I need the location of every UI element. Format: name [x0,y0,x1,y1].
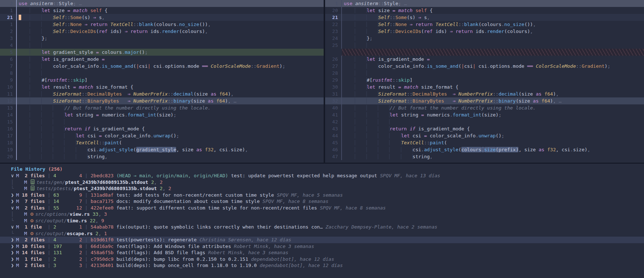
line-number: 25 [325,42,341,49]
code-line[interactable]: 14 let string = numerics.format_int(size… [0,111,324,118]
code-line[interactable]: 8 [0,70,324,77]
code-line[interactable]: 17 let csi = color_scale_info.unwrap(); [0,132,324,139]
code-line[interactable]: 41 let string = numerics.format_int(size… [325,111,644,118]
diff-left-pane[interactable]: 2use ansiterm::Style; …1 let size = matc… [0,0,325,163]
commit-row[interactable]: ❯M 2 files | 33 | 42136401 build(deps): … [0,262,644,269]
code-line[interactable]: 23 Self::DeviceIDs(ref ids) ⇒ return ids… [325,28,644,35]
commit-row[interactable]: ∨M 2 files | 44 | 2bedc823 (HEAD → main,… [0,173,644,179]
commit-status: M [16,224,19,230]
code-line[interactable]: 12 SizeFormat::BinaryBytes ⇒ NumberPrefi… [0,97,324,104]
code-line[interactable]: 1use ansiterm::Style; … [325,0,644,7]
commit-row[interactable]: ❯M 2 files | 42 | b19d61f0 test(powertes… [0,237,644,243]
line-number: 21 [325,14,341,21]
file-row[interactable]: └M tests/ptests/ptest_2439b7d68089135b.s… [0,185,644,192]
code-line[interactable]: 32 SizeFormat::BinaryBytes ⇒ NumberPrefi… [325,97,644,104]
commit-row[interactable]: ❯M 10 files | 1978 | 66d16a9c feat(flags… [0,243,644,250]
code-line[interactable]: 26 let is_gradient_mode = [325,56,644,63]
code-line[interactable]: 6 let is_gradient_mode = [0,56,324,63]
code-line[interactable]: 42 [325,118,644,125]
code-line[interactable]: 45 TextCell::paint( [325,139,644,146]
commit-row[interactable]: ❯M 7 files | 147 | baca7175 docs: modify… [0,198,644,205]
commit-status: M [16,237,19,242]
commit-author-date: Zacchary Dempsey-Plante, hace 2 semanas [325,224,437,230]
expand-icon[interactable]: ❯ [11,262,16,269]
code-line[interactable]: 7 color_scale_info.is_some_and(|csi| csi… [0,63,324,70]
code-line[interactable]: 20 let size = match self { [325,7,644,14]
code-line[interactable]: 40 // But format the number directly usi… [325,104,644,111]
code-line[interactable]: 21 Self::Some(s) ⇒ s, [0,14,324,21]
code-line[interactable]: 19 csi.adjust_style(gradient_style, size… [0,146,324,153]
commit-author-date: Robert Minsk, hace 3 semanas [208,250,288,255]
expand-icon[interactable]: ❯ [11,198,16,205]
code-line[interactable]: 27 color_scale_info.is_some_and(|csi| cs… [325,63,644,70]
file-row[interactable]: │M ⚙src/options/view.rs 33, 3 [0,211,644,218]
file-additions: 2 [93,231,98,236]
code-text: use ansiterm::Style; … [17,0,324,7]
code-line[interactable]: 1 Self::None ⇒ return TextCell::blank(co… [0,21,324,28]
expand-icon[interactable]: ❯ [11,243,16,250]
commit-author-date: dependabot[bot], hace 12 días [260,263,343,268]
code-line[interactable]: 28 [325,70,644,77]
code-line[interactable]: 31 SizeFormat::DecimalBytes ⇒ NumberPref… [325,90,644,97]
code-line[interactable]: 18 TextCell::paint( [0,139,324,146]
line-number: 47 [325,153,341,160]
code-line[interactable]: 21 Self::Some(s) ⇒ s, [325,14,644,21]
code-line[interactable]: 20 string, [0,153,324,160]
commit-file-count: 14 files [22,249,45,256]
line-number: 31 [325,90,341,97]
code-line[interactable]: 9 #[rustfmt::skip] [0,77,324,84]
file-row[interactable]: └M ⚙src/output/time.rs 22, 9 [0,218,644,224]
code-text: Self::DeviceIDs(ref ids) ⇒ return ids.re… [17,28,324,35]
code-line[interactable]: 15 [0,118,324,125]
collapse-icon[interactable]: ∨ [11,205,16,211]
commit-row[interactable]: ❯M 14 files | 1312 | 458a6f5b feat(flags… [0,249,644,256]
code-line[interactable]: 43 return if is_gradient_mode { [325,125,644,132]
code-line[interactable]: 16 return if is_gradient_mode { [0,125,324,132]
code-line[interactable]: 25 [325,42,644,49]
commit-author-date: SPQV MF, hace 5 semanas [277,192,343,198]
code-line[interactable]: 30 let result = match size_format { [325,84,644,90]
code-line[interactable]: 44 let csi = color_scale_info.unwrap(); [325,132,644,139]
code-text [17,118,324,125]
collapse-icon[interactable]: ∨ [11,224,16,230]
code-line[interactable]: 10 let result = match size_format { [0,84,324,90]
file-row[interactable]: │M tests/gen/ptest_2439b7d68089135b.stdo… [0,179,644,186]
editor-window: 2use ansiterm::Style; …1 let size = matc… [0,0,644,278]
code-text: let string = numerics.format_int(size); [342,111,644,118]
commit-row[interactable]: ❯M 1 file | 22 | c7950dc9 build(deps): b… [0,256,644,263]
code-line[interactable]: 4 [0,42,324,49]
code-line[interactable]: 11 SizeFormat::DecimalBytes ⇒ NumberPref… [0,90,324,97]
diff-view: 2use ansiterm::Style; …1 let size = matc… [0,0,644,163]
commit-row[interactable]: ❯M 18 files | 639 | 131ad8af test: add t… [0,192,644,199]
expand-icon[interactable]: ❯ [11,192,16,199]
code-line[interactable]: 29 #[rustfmt::skip] [325,77,644,84]
code-text: SizeFormat::DecimalBytes ⇒ NumberPrefix:… [17,90,324,97]
code-text [17,42,324,49]
code-line[interactable]: 13 // But format the number directly usi… [0,104,324,111]
code-line[interactable]: 2 Self::DeviceIDs(ref ids) ⇒ return ids.… [0,28,324,35]
commit-message: build(deps): bump libc from 0.2.150 to 0… [116,256,251,262]
code-text: let is_gradient_mode = [342,56,644,63]
commit-row[interactable]: ∨M 2 files | 5512 | 422efee0 feat!: supp… [0,205,644,211]
code-line[interactable]: 47 string, [325,153,644,160]
file-additions: 33 [90,211,98,217]
code-line[interactable]: 22 Self::None ⇒ return TextCell::blank(c… [325,21,644,28]
document-file-icon [31,179,34,184]
expand-icon[interactable]: ❯ [11,256,16,263]
code-text: let csi = color_scale_info.unwrap(); [342,132,644,139]
code-line[interactable]: 1 let size = match self { [0,7,324,14]
code-line[interactable]: 3 }; [0,35,324,42]
rust-file-icon: ⚙ [30,218,34,223]
code-line[interactable]: 5 let gradient_style = colours.major(); [0,49,324,56]
expand-icon[interactable]: ❯ [11,249,16,256]
collapse-icon[interactable]: ∨ [11,173,16,179]
file-row[interactable]: └M ⚙src/output/escape.rs 2, 1 [0,230,644,237]
commit-row[interactable]: ∨M 1 file | 21 | 54abab78 fix(output): q… [0,224,644,230]
expand-icon[interactable]: ❯ [11,237,16,243]
file-additions: 22 [87,218,95,223]
code-line[interactable]: 24 }; [325,35,644,42]
diff-right-pane[interactable]: 1use ansiterm::Style; …20 let size = mat… [325,0,644,163]
code-line[interactable]: 2use ansiterm::Style; … [0,0,324,7]
commit-status: M [16,256,19,262]
code-line[interactable]: 46 csi.adjust_style(colours.size(prefix)… [325,146,644,153]
